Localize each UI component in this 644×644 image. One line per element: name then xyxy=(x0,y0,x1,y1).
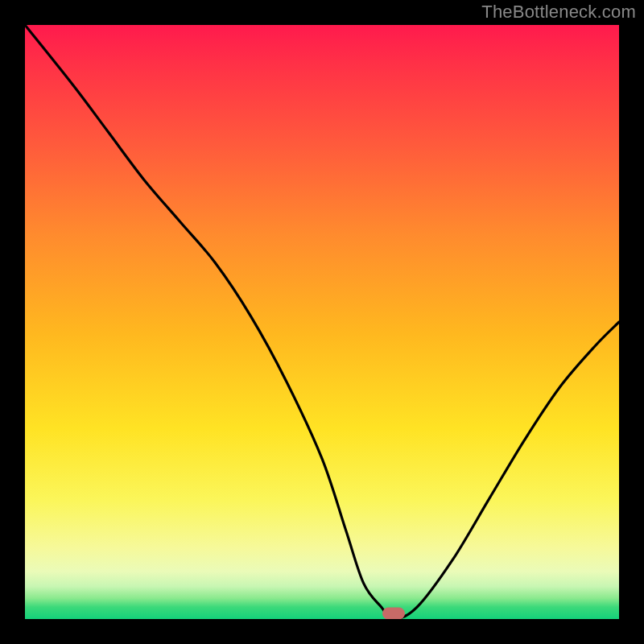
heat-gradient-background xyxy=(25,25,619,619)
watermark-text: TheBottleneck.com xyxy=(481,2,636,23)
optimal-marker xyxy=(382,608,405,620)
plot-area xyxy=(25,25,619,619)
chart-frame: TheBottleneck.com xyxy=(0,0,644,644)
